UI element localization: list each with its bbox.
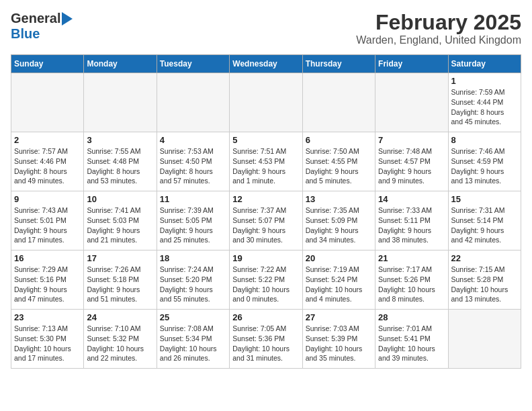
calendar-cell: 21Sunrise: 7:17 AM Sunset: 5:26 PM Dayli… <box>375 250 448 310</box>
day-number: 17 <box>87 253 153 263</box>
day-info: Sunrise: 7:59 AM Sunset: 4:44 PM Dayligh… <box>451 87 518 127</box>
day-info: Sunrise: 7:35 AM Sunset: 5:09 PM Dayligh… <box>306 205 372 245</box>
day-number: 19 <box>232 253 299 263</box>
day-info: Sunrise: 7:19 AM Sunset: 5:24 PM Dayligh… <box>306 265 372 304</box>
calendar-cell <box>157 73 229 132</box>
day-number: 23 <box>14 312 81 322</box>
calendar-cell <box>11 73 84 132</box>
page-subtitle: Warden, England, United Kingdom <box>356 34 521 46</box>
calendar-cell: 23Sunrise: 7:13 AM Sunset: 5:30 PM Dayli… <box>11 310 84 369</box>
weekday-header-thursday: Thursday <box>302 55 375 73</box>
day-info: Sunrise: 7:24 AM Sunset: 5:20 PM Dayligh… <box>160 265 226 304</box>
day-info: Sunrise: 7:55 AM Sunset: 4:48 PM Dayligh… <box>87 146 153 186</box>
day-info: Sunrise: 7:26 AM Sunset: 5:18 PM Dayligh… <box>87 265 153 304</box>
calendar-cell: 18Sunrise: 7:24 AM Sunset: 5:20 PM Dayli… <box>157 250 229 310</box>
calendar-cell <box>230 73 302 132</box>
calendar-cell: 16Sunrise: 7:29 AM Sunset: 5:16 PM Dayli… <box>11 250 84 310</box>
calendar-cell: 24Sunrise: 7:10 AM Sunset: 5:32 PM Dayli… <box>84 310 157 369</box>
day-info: Sunrise: 7:15 AM Sunset: 5:28 PM Dayligh… <box>451 265 518 304</box>
day-info: Sunrise: 7:48 AM Sunset: 4:57 PM Dayligh… <box>378 146 445 186</box>
calendar-cell: 8Sunrise: 7:46 AM Sunset: 4:59 PM Daylig… <box>448 132 521 191</box>
day-info: Sunrise: 7:39 AM Sunset: 5:05 PM Dayligh… <box>160 205 226 245</box>
day-number: 26 <box>232 312 299 322</box>
calendar-cell: 9Sunrise: 7:43 AM Sunset: 5:01 PM Daylig… <box>11 191 84 250</box>
day-number: 16 <box>14 253 81 263</box>
calendar-week-row: 16Sunrise: 7:29 AM Sunset: 5:16 PM Dayli… <box>11 250 521 310</box>
day-number: 6 <box>306 135 372 145</box>
day-info: Sunrise: 7:22 AM Sunset: 5:22 PM Dayligh… <box>232 265 299 304</box>
calendar-cell: 19Sunrise: 7:22 AM Sunset: 5:22 PM Dayli… <box>230 250 302 310</box>
calendar-cell <box>302 73 375 132</box>
weekday-header-saturday: Saturday <box>448 55 521 73</box>
calendar-table: SundayMondayTuesdayWednesdayThursdayFrid… <box>11 54 521 369</box>
day-info: Sunrise: 7:05 AM Sunset: 5:36 PM Dayligh… <box>232 324 299 363</box>
weekday-header-wednesday: Wednesday <box>230 55 302 73</box>
calendar-cell: 3Sunrise: 7:55 AM Sunset: 4:48 PM Daylig… <box>84 132 157 191</box>
calendar-cell <box>375 73 448 132</box>
weekday-header-sunday: Sunday <box>11 55 84 73</box>
calendar-cell: 6Sunrise: 7:50 AM Sunset: 4:55 PM Daylig… <box>302 132 375 191</box>
day-info: Sunrise: 7:57 AM Sunset: 4:46 PM Dayligh… <box>14 146 81 186</box>
page-header: General Blue February 2025 Warden, Engla… <box>11 11 521 46</box>
day-number: 28 <box>378 312 445 322</box>
calendar-cell: 15Sunrise: 7:31 AM Sunset: 5:14 PM Dayli… <box>448 191 521 250</box>
logo-arrow-icon <box>62 12 73 26</box>
logo-blue-text: Blue <box>11 26 40 42</box>
calendar-cell: 7Sunrise: 7:48 AM Sunset: 4:57 PM Daylig… <box>375 132 448 191</box>
calendar-cell: 22Sunrise: 7:15 AM Sunset: 5:28 PM Dayli… <box>448 250 521 310</box>
calendar-cell: 5Sunrise: 7:51 AM Sunset: 4:53 PM Daylig… <box>230 132 302 191</box>
day-number: 20 <box>306 253 372 263</box>
day-number: 2 <box>14 135 81 145</box>
day-number: 21 <box>378 253 445 263</box>
calendar-cell: 2Sunrise: 7:57 AM Sunset: 4:46 PM Daylig… <box>11 132 84 191</box>
calendar-cell <box>84 73 157 132</box>
day-info: Sunrise: 7:33 AM Sunset: 5:11 PM Dayligh… <box>378 205 445 245</box>
calendar-body: 1Sunrise: 7:59 AM Sunset: 4:44 PM Daylig… <box>11 73 521 369</box>
day-number: 14 <box>378 194 445 204</box>
day-info: Sunrise: 7:29 AM Sunset: 5:16 PM Dayligh… <box>14 265 81 304</box>
day-number: 24 <box>87 312 153 322</box>
calendar-header: SundayMondayTuesdayWednesdayThursdayFrid… <box>11 55 521 73</box>
calendar-cell: 27Sunrise: 7:03 AM Sunset: 5:39 PM Dayli… <box>302 310 375 369</box>
calendar-cell: 20Sunrise: 7:19 AM Sunset: 5:24 PM Dayli… <box>302 250 375 310</box>
day-number: 10 <box>87 194 153 204</box>
page-title: February 2025 <box>356 11 521 34</box>
day-number: 8 <box>451 135 518 145</box>
day-number: 5 <box>232 135 299 145</box>
day-info: Sunrise: 7:43 AM Sunset: 5:01 PM Dayligh… <box>14 205 81 245</box>
day-info: Sunrise: 7:31 AM Sunset: 5:14 PM Dayligh… <box>451 205 518 245</box>
day-number: 22 <box>451 253 518 263</box>
day-number: 13 <box>306 194 372 204</box>
day-info: Sunrise: 7:41 AM Sunset: 5:03 PM Dayligh… <box>87 205 153 245</box>
calendar-cell: 13Sunrise: 7:35 AM Sunset: 5:09 PM Dayli… <box>302 191 375 250</box>
day-info: Sunrise: 7:08 AM Sunset: 5:34 PM Dayligh… <box>160 324 226 363</box>
day-number: 9 <box>14 194 81 204</box>
day-info: Sunrise: 7:17 AM Sunset: 5:26 PM Dayligh… <box>378 265 445 304</box>
day-number: 11 <box>160 194 226 204</box>
day-info: Sunrise: 7:10 AM Sunset: 5:32 PM Dayligh… <box>87 324 153 363</box>
day-number: 4 <box>160 135 226 145</box>
calendar-cell: 11Sunrise: 7:39 AM Sunset: 5:05 PM Dayli… <box>157 191 229 250</box>
calendar-week-row: 1Sunrise: 7:59 AM Sunset: 4:44 PM Daylig… <box>11 73 521 132</box>
day-info: Sunrise: 7:03 AM Sunset: 5:39 PM Dayligh… <box>306 324 372 363</box>
calendar-cell: 26Sunrise: 7:05 AM Sunset: 5:36 PM Dayli… <box>230 310 302 369</box>
calendar-week-row: 23Sunrise: 7:13 AM Sunset: 5:30 PM Dayli… <box>11 310 521 369</box>
day-number: 25 <box>160 312 226 322</box>
day-number: 12 <box>232 194 299 204</box>
day-info: Sunrise: 7:13 AM Sunset: 5:30 PM Dayligh… <box>14 324 81 363</box>
day-number: 27 <box>306 312 372 322</box>
calendar-cell: 4Sunrise: 7:53 AM Sunset: 4:50 PM Daylig… <box>157 132 229 191</box>
calendar-cell: 10Sunrise: 7:41 AM Sunset: 5:03 PM Dayli… <box>84 191 157 250</box>
calendar-cell <box>448 310 521 369</box>
day-number: 1 <box>451 76 518 86</box>
calendar-week-row: 9Sunrise: 7:43 AM Sunset: 5:01 PM Daylig… <box>11 191 521 250</box>
day-info: Sunrise: 7:51 AM Sunset: 4:53 PM Dayligh… <box>232 146 299 186</box>
weekday-header-tuesday: Tuesday <box>157 55 229 73</box>
weekday-header-friday: Friday <box>375 55 448 73</box>
day-number: 18 <box>160 253 226 263</box>
logo-general-text: General <box>11 11 60 26</box>
day-info: Sunrise: 7:37 AM Sunset: 5:07 PM Dayligh… <box>232 205 299 245</box>
day-number: 15 <box>451 194 518 204</box>
calendar-cell: 25Sunrise: 7:08 AM Sunset: 5:34 PM Dayli… <box>157 310 229 369</box>
day-info: Sunrise: 7:53 AM Sunset: 4:50 PM Dayligh… <box>160 146 226 186</box>
